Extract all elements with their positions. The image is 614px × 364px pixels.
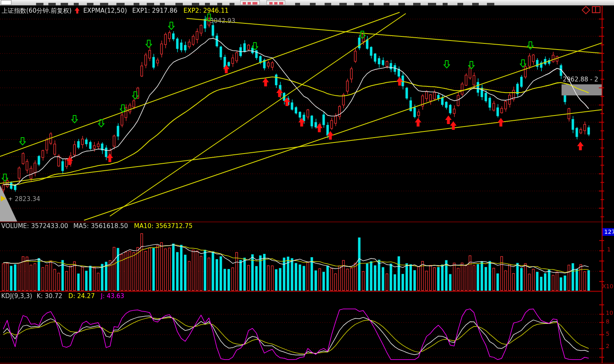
anchor-cross: + bbox=[8, 196, 13, 202]
kdj-axis-label: 8 bbox=[606, 318, 609, 325]
menubar-item-fragment bbox=[325, 3, 331, 5]
menubar-highlighted-item[interactable] bbox=[266, 0, 285, 5]
menubar-item-fragment bbox=[36, 3, 43, 5]
menubar[interactable] bbox=[0, 0, 614, 6]
kdj-header: KDJ(9,3,3) K: 30.72 D: 24.27 J: 43.63 bbox=[1, 292, 124, 300]
menubar-item-fragment bbox=[134, 3, 139, 5]
kdj-d-value: D: 24.27 bbox=[68, 292, 95, 300]
volume-header: VOLUME: 3572433.00 MA5: 3561618.50 MA10:… bbox=[1, 222, 193, 230]
trading-app-window: { "header": { "title": "上证指数(60分钟.前复权)",… bbox=[0, 0, 614, 364]
kdj-axis-label: 2 bbox=[606, 343, 609, 349]
menubar-item-fragment bbox=[48, 3, 56, 5]
menubar-item-fragment bbox=[160, 3, 165, 5]
exp2-value: EXP2: 2946.11 bbox=[184, 7, 229, 14]
kdj-axis-label: 5 bbox=[606, 330, 609, 337]
menubar-highlighted-item[interactable] bbox=[240, 0, 260, 5]
menubar-item-fragment bbox=[100, 3, 108, 5]
symbol-title: 上证指数(60分钟.前复权) bbox=[2, 7, 72, 14]
menubar-item-fragment bbox=[354, 3, 362, 5]
kdj-name: KDJ(9,3,3) bbox=[1, 292, 32, 300]
volume-ma5: MA5: 3561618.50 bbox=[73, 222, 128, 230]
menubar-item-fragment bbox=[230, 3, 234, 5]
menubar-item-fragment bbox=[295, 3, 300, 5]
menubar-item-fragment bbox=[87, 3, 93, 5]
menubar-item-fragment bbox=[61, 3, 68, 5]
volume-scale-top: 127 bbox=[603, 228, 614, 236]
volume-scale-mid: 1 bbox=[607, 246, 611, 253]
menubar-item-fragment bbox=[413, 3, 421, 5]
volume-value: VOLUME: 3572433.00 bbox=[1, 222, 68, 230]
menubar-item-fragment bbox=[205, 3, 210, 5]
menubar-button[interactable] bbox=[1, 0, 11, 5]
menubar-item-fragment bbox=[175, 3, 183, 5]
menubar-item-fragment bbox=[116, 3, 125, 5]
kdj-axis-label: 10 bbox=[606, 310, 613, 316]
peak-price-label: 3042.93 bbox=[210, 17, 235, 25]
menubar-item-fragment bbox=[74, 3, 79, 5]
menubar-item-fragment bbox=[472, 3, 479, 5]
low-price-label: 2823.34 bbox=[15, 195, 40, 203]
menubar-item-fragment bbox=[147, 3, 154, 5]
menubar-item-fragment bbox=[384, 3, 389, 5]
red-up-arrow-icon bbox=[75, 7, 80, 14]
menubar-item-fragment bbox=[217, 3, 222, 5]
menubar-item-fragment bbox=[310, 3, 316, 5]
range-box-label: 2962.88 - 2 bbox=[563, 76, 598, 83]
menubar-item-fragment bbox=[443, 3, 448, 5]
volume-scale-unit: X10 bbox=[602, 283, 613, 289]
volume-ma10: MA10: 3563712.75 bbox=[134, 222, 193, 230]
indicator-name: EXPMA(12,50) bbox=[83, 7, 127, 14]
menubar-item-fragment bbox=[192, 3, 199, 5]
menubar-item-fragment bbox=[428, 3, 436, 5]
menubar-item-fragment bbox=[457, 3, 463, 5]
kdj-k-value: K: 30.72 bbox=[36, 292, 62, 300]
chart-canvas[interactable] bbox=[0, 0, 614, 364]
menubar-item-fragment bbox=[369, 3, 374, 5]
exp1-value: EXP1: 2917.86 bbox=[132, 7, 177, 14]
split-window-icon[interactable] bbox=[592, 6, 600, 13]
menubar-item-fragment bbox=[487, 3, 494, 5]
kdj-j-value: J: 43.63 bbox=[101, 292, 124, 300]
menubar-item-fragment bbox=[339, 3, 347, 5]
menubar-item-fragment bbox=[398, 3, 405, 5]
main-chart-header: 上证指数(60分钟.前复权) EXPMA(12,50) EXP1: 2917.8… bbox=[2, 7, 229, 15]
